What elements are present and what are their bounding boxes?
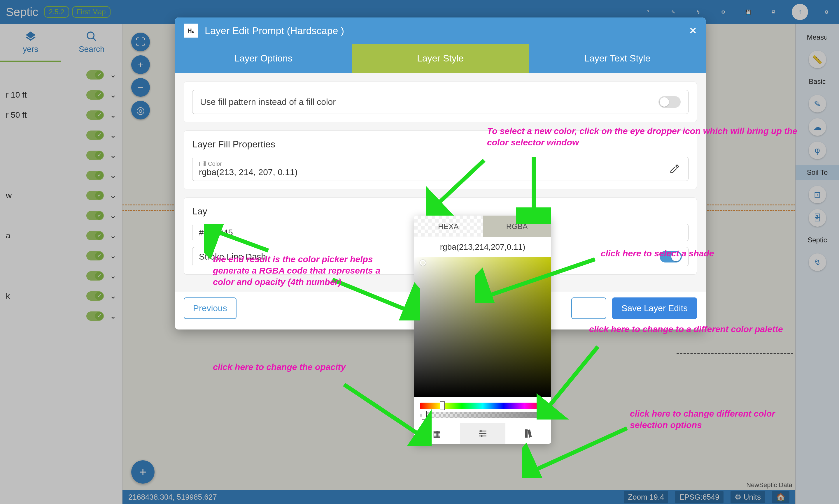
layer-badge: Hₛ xyxy=(184,23,198,38)
hue-thumb[interactable] xyxy=(440,401,445,410)
tab-rgba[interactable]: RGBA xyxy=(483,216,551,237)
modal-title: Layer Edit Prompt (Hardscape ) xyxy=(205,25,682,36)
fill-pattern-label: Use fill pattern instead of a fill color xyxy=(200,97,363,107)
tab-layer-options[interactable]: Layer Options xyxy=(175,44,352,73)
fill-section-title: Layer Fill Properties xyxy=(192,139,688,150)
alpha-slider[interactable] xyxy=(420,412,545,418)
modal-tabs: Layer Options Layer Style Layer Text Sty… xyxy=(175,44,706,73)
picker-value: rgba(213,214,207,0.11) xyxy=(414,237,551,257)
previous-button[interactable]: Previous xyxy=(184,298,237,319)
fill-color-label: Fill Color xyxy=(199,161,667,167)
svg-point-3 xyxy=(483,433,485,434)
shade-cursor[interactable] xyxy=(420,260,426,266)
tab-layer-text-style[interactable]: Layer Text Style xyxy=(529,44,706,73)
fill-pattern-card: Use fill pattern instead of a fill color xyxy=(184,82,697,122)
picker-format-tabs: HEXA RGBA xyxy=(414,216,551,237)
fill-color-field[interactable]: Fill Color rgba(213, 214, 207, 0.11) xyxy=(192,157,688,181)
tab-hexa[interactable]: HEXA xyxy=(414,216,483,237)
svg-point-2 xyxy=(480,430,482,432)
color-picker: HEXA RGBA rgba(213,214,207,0.11) ▦ xyxy=(414,216,551,444)
fill-pattern-toggle[interactable] xyxy=(658,96,681,108)
picker-mode-grid[interactable]: ▦ xyxy=(414,423,460,444)
modal-header: Hₛ Layer Edit Prompt (Hardscape ) ✕ xyxy=(175,17,706,44)
fill-color-value: rgba(213, 214, 207, 0.11) xyxy=(199,167,667,177)
fill-pattern-toggle-row: Use fill pattern instead of a fill color xyxy=(192,90,688,114)
spacer-button[interactable] xyxy=(571,298,606,319)
stroke-section-title: Lay xyxy=(192,206,688,217)
svg-point-4 xyxy=(481,435,483,437)
fill-props-card: Layer Fill Properties Fill Color rgba(21… xyxy=(184,130,697,190)
alpha-thumb[interactable] xyxy=(422,411,427,419)
picker-mode-sliders[interactable] xyxy=(460,423,506,444)
shade-area[interactable] xyxy=(414,257,551,397)
picker-mode-swatches[interactable] xyxy=(506,423,551,444)
hue-slider[interactable] xyxy=(420,402,545,409)
tab-layer-style[interactable]: Layer Style xyxy=(352,44,529,73)
eyedropper-icon[interactable] xyxy=(667,164,682,174)
save-layer-edits-button[interactable]: Save Layer Edits xyxy=(612,298,697,319)
stroke-dash-toggle[interactable] xyxy=(660,251,682,263)
picker-mode-row: ▦ xyxy=(414,423,551,444)
close-icon[interactable]: ✕ xyxy=(689,25,697,36)
